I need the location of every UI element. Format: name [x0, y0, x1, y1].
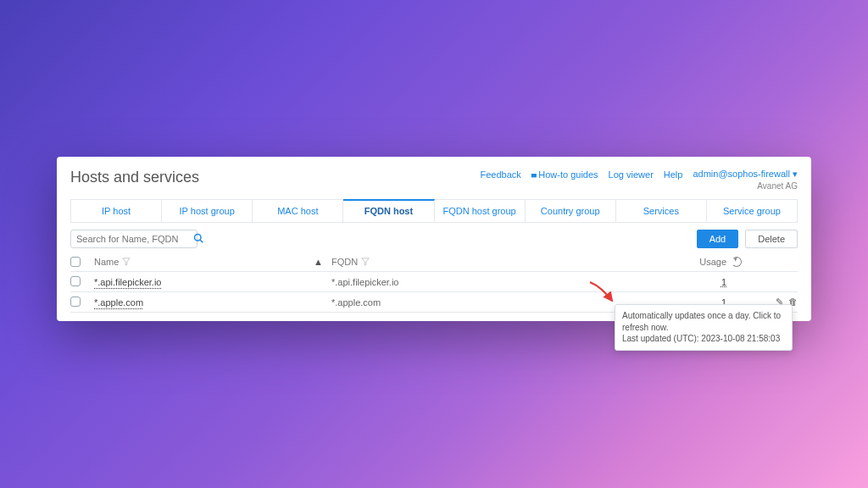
col-name[interactable]: Name ▲ [94, 257, 331, 267]
user-menu[interactable]: admin@sophos-firewall [693, 169, 798, 180]
select-all-checkbox[interactable] [70, 257, 81, 267]
row-fqdn: *.apple.com [331, 297, 381, 308]
page-header: Hosts and services Feedback How-to guide… [70, 169, 798, 191]
col-usage-label: Usage [699, 257, 726, 267]
table-header: Name ▲ FQDN Usage [70, 252, 798, 272]
usage-tooltip: Automatically updates once a day. Click … [615, 304, 793, 351]
row-fqdn: *.api.filepicker.io [331, 277, 399, 287]
col-usage[interactable]: Usage [543, 257, 747, 267]
tab-service-group[interactable]: Service group [707, 200, 797, 222]
svg-line-1 [200, 240, 203, 242]
row-name[interactable]: *.apple.com [94, 297, 143, 308]
row-checkbox[interactable] [70, 297, 81, 307]
tab-fqdn-host-group[interactable]: FQDN host group [435, 200, 526, 222]
filter-icon[interactable] [361, 258, 370, 266]
col-fqdn-label: FQDN [331, 257, 358, 267]
toolbar: Add Delete [70, 230, 798, 248]
row-name[interactable]: *.api.filepicker.io [94, 277, 162, 287]
row-usage[interactable]: 1 [721, 277, 726, 287]
org-name: Avanet AG [481, 181, 798, 191]
add-button[interactable]: Add [697, 230, 739, 248]
delete-button[interactable]: Delete [745, 230, 798, 248]
refresh-usage-icon[interactable] [732, 257, 742, 267]
search-box[interactable] [70, 230, 198, 248]
row-checkbox[interactable] [70, 276, 81, 286]
header-links: Feedback How-to guides Log viewer Help a… [481, 169, 798, 180]
feedback-link[interactable]: Feedback [481, 169, 521, 180]
hosts-services-panel: Hosts and services Feedback How-to guide… [57, 157, 811, 321]
tab-ip-host[interactable]: IP host [71, 200, 162, 222]
svg-point-0 [195, 234, 202, 241]
sort-indicator-icon[interactable]: ▲ [314, 257, 323, 267]
howto-guides-link[interactable]: How-to guides [531, 169, 598, 180]
filter-icon[interactable] [122, 258, 131, 266]
search-icon[interactable] [193, 233, 203, 246]
help-link[interactable]: Help [664, 169, 683, 180]
log-viewer-link[interactable]: Log viewer [609, 169, 654, 180]
tab-ip-host-group[interactable]: IP host group [162, 200, 253, 222]
tab-mac-host[interactable]: MAC host [253, 200, 343, 222]
tab-fqdn-host[interactable]: FQDN host [343, 199, 434, 222]
search-input[interactable] [76, 234, 193, 244]
tabs-bar: IP host IP host group MAC host FQDN host… [70, 199, 798, 223]
header-right: Feedback How-to guides Log viewer Help a… [481, 169, 798, 191]
col-fqdn[interactable]: FQDN [331, 257, 543, 267]
tab-services[interactable]: Services [616, 200, 707, 222]
tab-country-group[interactable]: Country group [526, 200, 616, 222]
table-row: *.api.filepicker.io *.api.filepicker.io … [70, 272, 798, 292]
tooltip-line2: Last updated (UTC): 2023-10-08 21:58:03 [622, 333, 785, 345]
tooltip-line1: Automatically updates once a day. Click … [622, 310, 785, 333]
col-name-label: Name [94, 257, 119, 267]
table-wrap: Name ▲ FQDN Usage *.api.filepicker.io *.… [70, 252, 798, 313]
page-title: Hosts and services [70, 169, 199, 186]
